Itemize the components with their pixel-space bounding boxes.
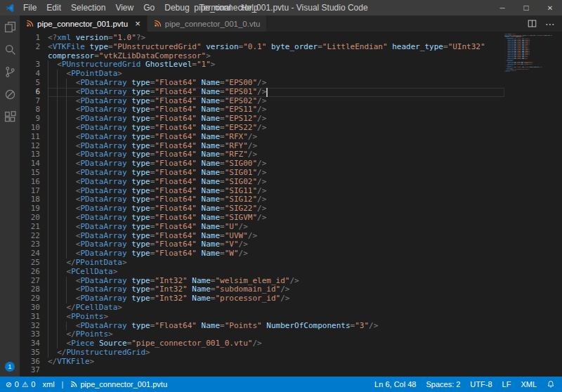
language-indicator[interactable]: XML	[521, 380, 537, 388]
bell-icon	[547, 380, 555, 388]
menu-help[interactable]: Help	[236, 0, 263, 15]
line-number: 20	[20, 214, 48, 223]
line-number: 35	[20, 348, 48, 358]
xml-file-icon	[154, 20, 162, 27]
menu-debug[interactable]: Debug	[159, 0, 194, 15]
eol-indicator[interactable]: LF	[502, 380, 511, 388]
minimap-content: <?xml version="1.0"?><VTKFile type="PUns…	[504, 34, 552, 73]
close-button[interactable]: ✕	[538, 0, 562, 15]
menu-view[interactable]: View	[110, 0, 138, 15]
editor: 1234567891011121314151617181920212223242…	[20, 32, 562, 377]
menu-selection[interactable]: Selection	[66, 0, 110, 15]
line-number: 24	[20, 249, 48, 259]
line-number: 34	[20, 339, 48, 348]
notifications-bell[interactable]	[547, 380, 555, 388]
tab-label: pipe_connector_001_0.vtu	[165, 20, 261, 28]
main-area: 1 pipe_connector_001.pvtu×pipe_connector…	[0, 15, 562, 377]
xml-file-icon	[26, 20, 34, 27]
code-line-37[interactable]	[504, 72, 552, 72]
tab-pipe_connector_001_0.vtu[interactable]: pipe_connector_001_0.vtu	[148, 15, 268, 32]
split-editor-icon[interactable]	[528, 19, 537, 28]
line-number: 31	[20, 313, 48, 322]
xml-mode-indicator[interactable]: xml	[42, 380, 54, 388]
menu-go[interactable]: Go	[138, 0, 159, 15]
line-number: 15	[20, 169, 48, 178]
tab-list: pipe_connector_001.pvtu×pipe_connector_0…	[20, 15, 267, 32]
line-number: 11	[20, 133, 48, 142]
line-number: 6	[20, 88, 48, 97]
active-file-indicator[interactable]: pipe_connector_001.pvtu	[70, 380, 167, 388]
line-number: 1	[20, 34, 48, 43]
line-number: 5	[20, 79, 48, 88]
encoding-indicator[interactable]: UTF-8	[470, 380, 492, 388]
line-number	[20, 52, 48, 61]
notification-badge[interactable]: 1	[5, 362, 15, 372]
line-number: 30	[20, 303, 48, 313]
separator: |	[62, 380, 64, 388]
editor-column: pipe_connector_001.pvtu×pipe_connector_0…	[20, 15, 562, 377]
menu-file[interactable]: File	[18, 0, 41, 15]
menu-edit[interactable]: Edit	[41, 0, 66, 15]
line-number: 16	[20, 178, 48, 187]
code-line-37[interactable]	[48, 366, 504, 375]
error-count: 0	[15, 380, 19, 388]
activity-bar: 1	[0, 15, 20, 377]
code-area[interactable]: <?xml version="1.0"?><VTKFile type="PUns…	[48, 32, 504, 377]
line-number: 4	[20, 70, 48, 79]
error-icon: ⊘	[6, 380, 12, 388]
line-number: 10	[20, 124, 48, 133]
warning-count: 0	[31, 380, 35, 388]
tab-bar: pipe_connector_001.pvtu×pipe_connector_0…	[20, 15, 562, 32]
tab-label: pipe_connector_001.pvtu	[37, 20, 128, 28]
maximize-button[interactable]: □	[514, 0, 538, 15]
source-control-icon[interactable]	[4, 66, 16, 78]
cursor-position[interactable]: Ln 6, Col 48	[374, 380, 416, 388]
vscode-window: FileEditSelectionViewGoDebugTerminalHelp…	[0, 0, 562, 392]
line-number: 21	[20, 223, 48, 232]
status-left: ⊘ 0 ⚠ 0 xml | pipe_connector_001.pvtu	[6, 380, 167, 388]
line-number: 29	[20, 294, 48, 303]
line-number: 37	[20, 366, 48, 375]
window-controls: ─ □ ✕	[490, 0, 562, 15]
line-number: 2	[20, 43, 48, 52]
explorer-icon[interactable]	[4, 21, 16, 33]
line-number: 8	[20, 105, 48, 115]
code-line-32[interactable]: <PDataArray type="Float64" Name="Points"…	[48, 322, 504, 331]
code-line-30[interactable]: </PCellData>	[48, 303, 504, 313]
code-line-36[interactable]: </VTKFile>	[48, 358, 504, 367]
line-number: 25	[20, 259, 48, 268]
close-tab-icon[interactable]: ×	[135, 19, 140, 28]
minimize-button[interactable]: ─	[490, 0, 514, 15]
line-number: 3	[20, 60, 48, 70]
vscode-logo-icon	[4, 2, 15, 13]
editor-actions: ⋯	[528, 15, 562, 32]
menubar: FileEditSelectionViewGoDebugTerminalHelp	[18, 0, 263, 15]
problems-indicator[interactable]: ⊘ 0 ⚠ 0	[6, 380, 35, 388]
line-number: 7	[20, 97, 48, 106]
line-number-gutter: 1234567891011121314151617181920212223242…	[20, 32, 48, 377]
menu-terminal[interactable]: Terminal	[195, 0, 236, 15]
line-number: 26	[20, 268, 48, 277]
status-bar: ⊘ 0 ⚠ 0 xml | pipe_connector_001.pvtu	[0, 377, 562, 392]
warning-icon: ⚠	[22, 380, 28, 388]
indentation-indicator[interactable]: Spaces: 2	[426, 380, 460, 388]
more-actions-icon[interactable]: ⋯	[545, 19, 555, 29]
extensions-icon[interactable]	[4, 111, 16, 123]
status-right: Ln 6, Col 48 Spaces: 2 UTF-8 LF XML	[374, 380, 555, 388]
code-line-35[interactable]: </PUnstructuredGrid>	[48, 348, 504, 358]
tab-pipe_connector_001.pvtu[interactable]: pipe_connector_001.pvtu×	[20, 15, 148, 32]
search-icon[interactable]	[4, 44, 16, 55]
xml-file-icon	[70, 381, 77, 388]
minimap[interactable]: <?xml version="1.0"?><VTKFile type="PUns…	[504, 32, 552, 377]
title-bar: FileEditSelectionViewGoDebugTerminalHelp…	[0, 0, 562, 15]
debug-icon[interactable]	[4, 89, 16, 100]
text-cursor	[266, 88, 268, 97]
